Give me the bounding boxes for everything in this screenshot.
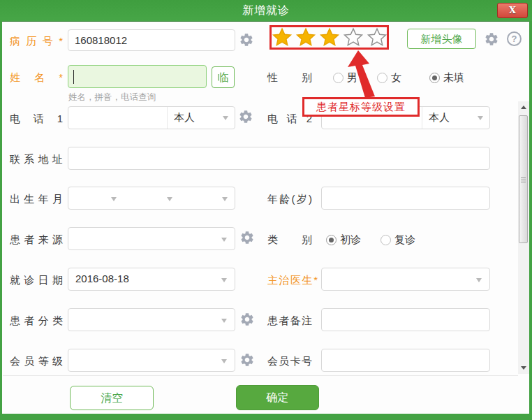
- birth-date-select[interactable]: [68, 187, 235, 210]
- doctor-select[interactable]: [321, 268, 490, 291]
- phone2-relation-select[interactable]: 本人: [422, 107, 489, 129]
- chevron-down-icon: [222, 197, 228, 204]
- birth-day-select[interactable]: [179, 187, 235, 209]
- address-label: 联系地址: [10, 153, 63, 166]
- radio-icon[interactable]: [429, 73, 440, 83]
- star-rating: [269, 25, 389, 50]
- chevron-down-icon: [221, 319, 227, 326]
- category-settings-gear-icon[interactable]: [239, 312, 255, 327]
- triangle-up-icon: [521, 106, 526, 109]
- member-level-select[interactable]: [68, 349, 235, 372]
- doctor-label: 主治医生*: [267, 274, 318, 287]
- source-settings-gear-icon[interactable]: [239, 230, 255, 245]
- birth-year-select[interactable]: [68, 187, 124, 209]
- help-icon[interactable]: ?: [507, 31, 522, 46]
- star-icon[interactable]: [343, 27, 364, 48]
- patient-category-select[interactable]: [68, 308, 235, 331]
- new-visit-dialog: 新增就诊 X 病历号* 新增头像 ? 姓名* 临 姓名，拼音，电话查询 性别 男…: [0, 0, 532, 420]
- text-caret: [73, 70, 74, 84]
- chevron-down-icon: [111, 197, 117, 204]
- star-icon[interactable]: [367, 27, 387, 48]
- star-icon[interactable]: [319, 27, 340, 48]
- member-settings-gear-icon[interactable]: [239, 352, 255, 368]
- phone-settings-gear-icon[interactable]: [238, 109, 253, 124]
- radio-icon[interactable]: [333, 73, 343, 83]
- gender-option-male[interactable]: 男: [333, 71, 357, 85]
- triangle-down-icon: [521, 366, 526, 370]
- annotation-star-setting: 患者星标等级设置: [302, 97, 420, 117]
- add-avatar-button[interactable]: 新增头像: [407, 29, 476, 49]
- record-number-input[interactable]: [68, 29, 235, 51]
- radio-icon[interactable]: [380, 235, 391, 245]
- birth-month-select[interactable]: [124, 187, 179, 209]
- visit-type-label: 类别: [267, 233, 312, 247]
- scrollbar-grip-icon: [521, 178, 526, 183]
- star-icon[interactable]: [295, 27, 316, 48]
- age-input[interactable]: [321, 187, 490, 210]
- temp-patient-button[interactable]: 临: [212, 66, 235, 88]
- visit-date-label: 就诊日期: [10, 274, 63, 287]
- radio-icon[interactable]: [377, 73, 387, 83]
- title-bar: 新增就诊: [0, 0, 532, 21]
- record-settings-gear-icon[interactable]: [239, 32, 254, 48]
- name-input[interactable]: [68, 65, 207, 88]
- radio-icon[interactable]: [326, 235, 337, 245]
- gender-option-unfilled[interactable]: 未填: [429, 71, 464, 85]
- patient-source-select[interactable]: [68, 227, 235, 250]
- gender-option-female[interactable]: 女: [377, 71, 401, 85]
- scroll-up-button[interactable]: [518, 101, 529, 113]
- footer-divider: [3, 375, 518, 376]
- member-card-label: 会员卡号: [267, 355, 312, 368]
- name-label: 姓名*: [10, 71, 63, 85]
- visit-date-select[interactable]: 2016-08-18: [68, 268, 235, 291]
- birth-date-label: 出生年月: [10, 193, 63, 206]
- chevron-down-icon: [221, 238, 227, 245]
- chevron-down-icon: [476, 278, 482, 285]
- visit-type-option-first[interactable]: 初诊: [326, 233, 361, 247]
- dialog-title: 新增就诊: [0, 0, 532, 21]
- scrollbar[interactable]: [518, 101, 529, 374]
- chevron-down-icon: [223, 116, 228, 123]
- patient-remark-input[interactable]: [321, 308, 490, 331]
- clear-button[interactable]: 清空: [70, 386, 154, 410]
- address-input[interactable]: [68, 147, 490, 170]
- member-card-input[interactable]: [321, 349, 490, 372]
- chevron-down-icon: [221, 359, 227, 366]
- patient-source-label: 患者来源: [10, 233, 63, 247]
- chevron-down-icon: [167, 197, 172, 204]
- phone1-label: 电话1: [10, 113, 63, 126]
- confirm-button[interactable]: 确定: [236, 385, 319, 410]
- scroll-down-button[interactable]: [518, 362, 529, 374]
- gender-label: 性别: [267, 71, 312, 85]
- member-level-label: 会员等级: [10, 355, 63, 368]
- patient-category-label: 患者分类: [10, 314, 63, 328]
- star-icon[interactable]: [272, 27, 293, 48]
- phone1-relation-select[interactable]: 本人: [167, 107, 235, 129]
- phone1-field: 本人: [68, 106, 235, 129]
- visit-type-option-return[interactable]: 复诊: [380, 233, 415, 247]
- scrollbar-thumb[interactable]: [519, 115, 528, 243]
- patient-remark-label: 患者备注: [267, 314, 312, 328]
- chevron-down-icon: [221, 278, 227, 285]
- phone1-input[interactable]: [68, 107, 167, 129]
- chevron-down-icon: [478, 116, 483, 123]
- close-button[interactable]: X: [497, 3, 528, 18]
- header-settings-gear-icon[interactable]: [484, 31, 499, 47]
- record-number-label: 病历号*: [10, 35, 63, 48]
- name-search-hint: 姓名，拼音，电话查询: [68, 92, 156, 103]
- age-label: 年龄(岁): [267, 193, 312, 206]
